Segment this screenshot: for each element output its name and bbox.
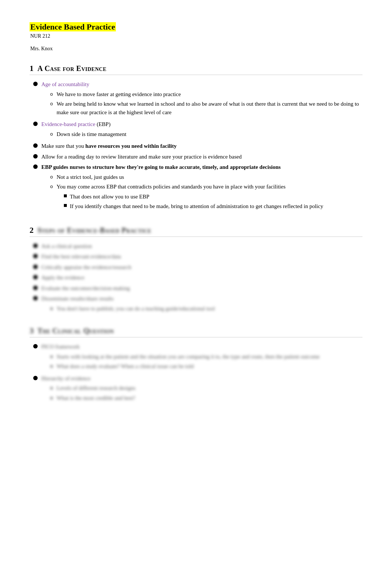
- document-title: Evidence Based Practice: [30, 22, 116, 31]
- list-item: Allow for a reading day to review litera…: [33, 153, 362, 161]
- document-header: Evidence Based Practice NUR 212: [30, 22, 362, 39]
- sub-list-item: o What is the most credible and best?: [50, 394, 362, 402]
- sub-sub-list-item: If you identify changes that need to be …: [64, 202, 362, 211]
- sub-bullet: o: [50, 305, 53, 312]
- section-2-number: 2: [30, 225, 34, 235]
- list-item: EBP guides nurses to structure how they'…: [33, 163, 362, 214]
- item-text: PICO framework o Starts with looking at …: [41, 343, 362, 372]
- sub-list-item: o We are being held to know what we lear…: [50, 100, 362, 116]
- bullet-dot: [33, 122, 38, 126]
- bullet-dot: [33, 82, 38, 86]
- sub-list-item: o Levels of different research designs: [50, 384, 362, 392]
- sub-list-item: o What does a study evaluate? When a cli…: [50, 362, 362, 371]
- sub-item-text: You may come across EBP that contradicts…: [56, 183, 362, 212]
- bullet-dot: [33, 143, 38, 148]
- list-item: Make sure that you have resources you ne…: [33, 142, 362, 150]
- list-item: PICO framework o Starts with looking at …: [33, 343, 362, 372]
- resources-prefix: Make sure that you: [41, 143, 85, 149]
- list-item: Find the best relevant evidence/data: [33, 252, 362, 261]
- ebp-guides-subitems: o Not a strict tool, just guides us o Yo…: [41, 173, 362, 212]
- bullet-dot: [33, 254, 38, 258]
- item-text: Critically appraise the evidence/researc…: [41, 263, 362, 272]
- section-3-number: 3: [30, 326, 34, 336]
- sub-item-text: We are being held to know what we learne…: [56, 100, 362, 116]
- section-2: 2 Steps of Evidence-Based Practice Ask a…: [30, 225, 362, 314]
- list-item: Ask a clinical question: [33, 242, 362, 251]
- section-3-list: PICO framework o Starts with looking at …: [30, 343, 362, 404]
- sub-list-item: o Starts with looking at the patient and…: [50, 353, 362, 361]
- item-text: Evaluate the outcomes/decision-making: [41, 284, 362, 293]
- age-of-accountability-subitems: o We have to move faster at getting evid…: [41, 90, 362, 117]
- section-1-number: 1: [30, 64, 34, 73]
- sub-sub-text: That does not allow you to use EBP: [70, 193, 149, 201]
- section-2-title: Steps of Evidence-Based Practice: [38, 226, 152, 235]
- sub-bullet: o: [50, 173, 53, 181]
- list-item: Apply the evidence: [33, 273, 362, 282]
- section-3-title: The Clinical Question: [38, 327, 114, 335]
- ebp-suffix: (EBP): [95, 121, 110, 127]
- sub-item-text: Levels of different research designs: [56, 384, 362, 392]
- document-instructor: Mrs. Knox: [30, 46, 362, 52]
- sub-bullet: o: [50, 91, 53, 98]
- item-text: Hierarchy of evidence o Levels of differ…: [41, 374, 362, 404]
- section-2-list: Ask a clinical question Find the best re…: [30, 242, 362, 314]
- bullet-dot: [33, 265, 38, 269]
- section-1-list: Age of accountability o We have to move …: [30, 80, 362, 214]
- item-text: Make sure that you have resources you ne…: [41, 142, 362, 150]
- item-text: Age of accountability o We have to move …: [41, 80, 362, 118]
- sub-bullet: o: [50, 130, 53, 138]
- item-text: Allow for a reading day to review litera…: [41, 153, 362, 161]
- sub-bullet: o: [50, 363, 53, 370]
- item-text: Ask a clinical question: [41, 242, 362, 251]
- list-item: Age of accountability o We have to move …: [33, 80, 362, 118]
- bullet-dot: [33, 164, 38, 169]
- section-1-heading: 1 A Case for Evidence: [30, 64, 362, 75]
- sub-item-text: What is the most credible and best?: [56, 394, 362, 402]
- bullet-dot: [33, 244, 38, 248]
- age-of-accountability-link[interactable]: Age of accountability: [41, 81, 89, 87]
- bullet-dot: [33, 286, 38, 290]
- list-item: Hierarchy of evidence o Levels of differ…: [33, 374, 362, 404]
- pico-link[interactable]: PICO framework: [41, 344, 80, 350]
- sub-bullet: o: [50, 353, 53, 360]
- section-2-heading: 2 Steps of Evidence-Based Practice: [30, 225, 362, 237]
- hierarchy-link[interactable]: Hierarchy of evidence: [41, 375, 90, 381]
- list-item: Disseminate results/share results o You …: [33, 295, 362, 314]
- section-1: 1 A Case for Evidence Age of accountabil…: [30, 64, 362, 214]
- sub-list-item: o You don't have to publish; you can do …: [50, 304, 362, 313]
- list-item: Evidence-based practice (EBP) o Down sid…: [33, 120, 362, 140]
- section-1-title: A Case for Evidence: [38, 64, 107, 73]
- sub-bullet: o: [50, 183, 53, 190]
- section2-subitems: o You don't have to publish; you can do …: [41, 304, 362, 313]
- ebp-link[interactable]: Evidence-based practice: [41, 121, 95, 127]
- section-3-heading: 3 The Clinical Question: [30, 326, 362, 337]
- bullet-dot: [33, 154, 38, 159]
- sub-sub-list: That does not allow you to use EBP If yo…: [56, 193, 362, 211]
- sub-item-text: We have to move faster at getting eviden…: [56, 90, 362, 99]
- sub-sub-list-item: That does not allow you to use EBP: [64, 193, 362, 201]
- item-text: EBP guides nurses to structure how they'…: [41, 163, 362, 214]
- sub-list-item: o We have to move faster at getting evid…: [50, 90, 362, 99]
- sub-item-text: Down side is time management: [56, 130, 362, 139]
- sub-item-text: You don't have to publish; you can do a …: [56, 304, 362, 313]
- ebp-subitems: o Down side is time management: [41, 130, 362, 139]
- section-3: 3 The Clinical Question PICO framework o…: [30, 326, 362, 404]
- sub-item-text: Not a strict tool, just guides us: [56, 173, 362, 181]
- sub-list-item: o Not a strict tool, just guides us: [50, 173, 362, 181]
- square-bullet: [64, 194, 67, 197]
- sub-list-item: o Down side is time management: [50, 130, 362, 139]
- list-item: Critically appraise the evidence/researc…: [33, 263, 362, 272]
- resources-bold: have resources you need within facility: [85, 143, 176, 149]
- sub-item-text: Starts with looking at the patient and t…: [56, 353, 362, 361]
- item-text: Disseminate results/share results o You …: [41, 295, 362, 314]
- bullet-dot: [33, 275, 38, 279]
- sub-bullet: o: [50, 384, 53, 392]
- item-text: Evidence-based practice (EBP) o Down sid…: [41, 120, 362, 140]
- sub-sub-text: If you identify changes that need to be …: [70, 202, 323, 211]
- bullet-dot: [33, 296, 38, 300]
- bullet-dot: [33, 376, 38, 380]
- bullet-dot: [33, 344, 38, 348]
- sub-list-item: o You may come across EBP that contradic…: [50, 183, 362, 212]
- item-text: Find the best relevant evidence/data: [41, 252, 362, 261]
- pico-subitems: o Starts with looking at the patient and…: [41, 353, 362, 371]
